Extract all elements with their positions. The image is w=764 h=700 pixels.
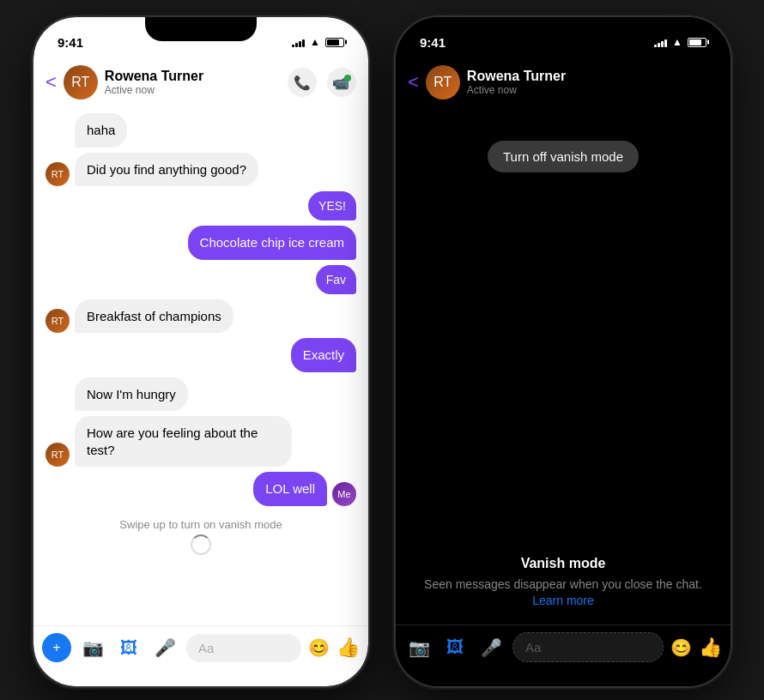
status-time-light: 9:41 [58, 35, 83, 50]
camera-icon: 📷 [409, 637, 430, 658]
message-bubble: Fav [316, 265, 356, 294]
image-icon: 🖼 [120, 638, 137, 658]
message-bubble: YES! [308, 191, 356, 220]
video-icon: 📹 [332, 75, 349, 91]
status-bar-light: 9:41 ▲ [33, 17, 368, 58]
status-bar-dark: 9:41 ▲ [396, 17, 731, 58]
status-icons-dark: ▲ [654, 36, 706, 48]
table-row: YES! [45, 191, 356, 220]
contact-avatar: RT [64, 65, 98, 100]
contact-info-dark: Rowena Turner Active now [467, 69, 719, 96]
plus-button[interactable]: + [42, 633, 71, 662]
signal-icon [292, 37, 305, 47]
camera-button-dark[interactable]: 📷 [404, 633, 434, 662]
status-icons-light: ▲ [292, 36, 344, 48]
back-button-dark[interactable]: < [408, 71, 419, 94]
table-row: RT Now I'm hungry [45, 377, 356, 412]
vanish-hint: Swipe up to turn on vanish mode [45, 518, 356, 558]
battery-icon [688, 38, 706, 47]
message-input[interactable]: Aa [186, 634, 301, 662]
avatar: RT [45, 309, 70, 333]
wifi-icon: ▲ [672, 36, 682, 48]
contact-name-dark: Rowena Turner [467, 69, 719, 84]
bottom-toolbar-dark: 📷 🖼 🎤 Aa 😊 👍 [396, 625, 731, 686]
camera-icon: 📷 [82, 637, 104, 658]
contact-name: Rowena Turner [105, 69, 281, 84]
battery-icon [325, 38, 344, 47]
message-bubble: Now I'm hungry [75, 377, 188, 412]
table-row: RT Breakfast of champions [45, 299, 356, 334]
like-button-dark[interactable]: 👍 [699, 637, 722, 659]
mic-icon: 🎤 [481, 637, 502, 658]
avatar: RT [45, 443, 70, 467]
phone-right: 9:41 ▲ < RT [396, 17, 731, 686]
image-button-dark[interactable]: 🖼 [440, 633, 470, 662]
learn-more-link[interactable]: Learn more [413, 594, 713, 607]
input-placeholder-dark: Aa [525, 640, 541, 655]
phone-icon: 📞 [294, 75, 311, 91]
signal-icon [654, 37, 667, 47]
avatar: RT [45, 162, 70, 186]
bottom-toolbar-light: + 📷 🖼 🎤 Aa 😊 👍 [33, 625, 368, 686]
message-bubble: haha [75, 113, 127, 148]
contact-status-dark: Active now [467, 84, 719, 96]
image-icon: 🖼 [446, 637, 464, 657]
call-button[interactable]: 📞 [288, 68, 317, 97]
vanish-mode-subtitle: Seen messages disappear when you close t… [413, 576, 713, 594]
vanish-spinner [191, 534, 211, 555]
message-input-dark[interactable]: Aa [512, 632, 664, 662]
mic-icon: 🎤 [155, 637, 176, 658]
message-bubble: Did you find anything good? [75, 153, 258, 187]
turn-off-vanish-button[interactable]: Turn off vanish mode [488, 141, 639, 172]
table-row: Fav [45, 265, 356, 294]
message-bubble: Breakfast of champions [75, 299, 233, 334]
phone-left: 9:41 ▲ < RT [33, 17, 368, 686]
mic-button-dark[interactable]: 🎤 [476, 633, 506, 662]
table-row: Chocolate chip ice cream [45, 226, 356, 260]
table-row: RT How are you feeling about the test? [45, 416, 356, 467]
contact-status: Active now [105, 84, 281, 96]
video-button[interactable]: 📹 [327, 68, 356, 97]
table-row: RT Did you find anything good? [45, 153, 356, 187]
table-row: LOL well Me [45, 472, 356, 506]
mic-button[interactable]: 🎤 [150, 633, 179, 662]
like-button[interactable]: 👍 [337, 637, 360, 659]
emoji-button[interactable]: 😊 [308, 637, 330, 658]
table-row: Exactly [45, 338, 356, 372]
chat-header-light: < RT Rowena Turner Active now 📞 📹 [33, 58, 368, 106]
image-button[interactable]: 🖼 [114, 633, 143, 662]
chat-header-dark: < RT Rowena Turner Active now [396, 58, 731, 106]
messages-area-light: RT haha RT Did you find anything good? Y… [33, 106, 368, 625]
header-actions: 📞 📹 [288, 68, 356, 97]
camera-button[interactable]: 📷 [78, 633, 107, 662]
messages-area-dark: Turn off vanish mode [396, 106, 731, 539]
vanish-mode-title: Vanish mode [413, 556, 713, 571]
contact-avatar-dark: RT [426, 65, 460, 100]
user-avatar: Me [332, 482, 356, 506]
status-time-dark: 9:41 [420, 35, 446, 50]
message-bubble: Chocolate chip ice cream [188, 226, 356, 260]
plus-icon: + [52, 640, 60, 655]
input-placeholder: Aa [198, 641, 214, 655]
contact-info: Rowena Turner Active now [105, 69, 281, 96]
message-bubble: How are you feeling about the test? [75, 416, 292, 467]
message-bubble: LOL well [253, 472, 327, 506]
emoji-button-dark[interactable]: 😊 [670, 637, 692, 658]
message-bubble: Exactly [291, 338, 356, 372]
vanish-info: Vanish mode Seen messages disappear when… [396, 539, 731, 625]
wifi-icon: ▲ [310, 36, 320, 48]
back-button[interactable]: < [45, 71, 57, 94]
table-row: RT haha [45, 113, 356, 148]
